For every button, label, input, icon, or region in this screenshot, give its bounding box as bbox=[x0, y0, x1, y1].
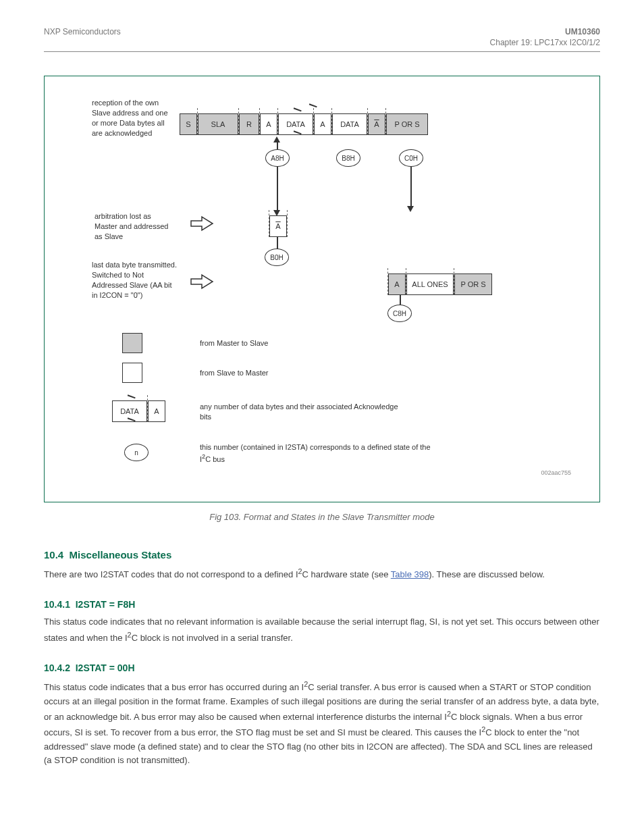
legend-data-ack: any number of data bytes and their assoc… bbox=[200, 402, 402, 422]
figure-caption: Fig 103. Format and States in the Slave … bbox=[44, 512, 600, 522]
legend-grey-box bbox=[122, 333, 142, 353]
cell-s: S bbox=[180, 113, 197, 135]
figure-id: 002aac755 bbox=[541, 469, 571, 476]
legend-state-desc-a: this number (contained in I2STA) corresp… bbox=[200, 443, 431, 463]
header-doc-id: UM10360 bbox=[377, 27, 600, 36]
legend-s2m: from Slave to Master bbox=[200, 368, 268, 378]
cell-data2: DATA bbox=[332, 113, 367, 135]
sub2-num: 10.4.2 bbox=[44, 662, 70, 673]
seq-row-1: S SLA R A DATA A DATA bbox=[180, 113, 428, 135]
legend-data-label: DATA bbox=[120, 407, 139, 415]
para2b: C block is not involved in a serial tran… bbox=[132, 633, 293, 643]
cell-pors2: P OR S bbox=[454, 273, 492, 295]
cell-abar2-label: A bbox=[275, 222, 280, 230]
cell-allones: ALL ONES bbox=[406, 273, 454, 295]
row2-label: arbitration lost as Master and addressed… bbox=[95, 211, 176, 242]
state-c0h: C0H bbox=[399, 149, 423, 167]
legend-n: n bbox=[124, 444, 149, 461]
para1c: ). These are discussed below. bbox=[429, 569, 545, 579]
cell-r: R bbox=[239, 113, 259, 135]
section-10-4-1-title: 10.4.1 I2STAT = F8H bbox=[44, 599, 600, 610]
arrow-head-down-icon bbox=[407, 206, 414, 212]
cell-pors: P OR S bbox=[386, 113, 428, 135]
cell-abar-2: A bbox=[269, 215, 287, 237]
seq-row-2: A bbox=[269, 215, 288, 237]
slash-icon bbox=[291, 130, 301, 140]
cell-a2: A bbox=[314, 113, 331, 135]
row3-label: last data byte transmitted. Switched to … bbox=[92, 260, 180, 300]
legend-state-desc: this number (contained in I2STA) corresp… bbox=[200, 442, 443, 464]
legend-m2s: from Master to Slave bbox=[200, 338, 268, 348]
legend-data-cell: DATA bbox=[112, 400, 147, 422]
slash-icon bbox=[125, 417, 135, 427]
sub-title: I2STAT = F8H bbox=[76, 599, 136, 610]
cell-a: A bbox=[260, 113, 277, 135]
para3a: This status code indicates that a bus er… bbox=[44, 682, 304, 692]
section-number: 10.4 bbox=[44, 549, 63, 561]
arrow-line bbox=[410, 167, 412, 207]
cell-data: DATA bbox=[278, 113, 313, 135]
state-c8h: C8H bbox=[387, 305, 412, 322]
cell-abar: A bbox=[368, 113, 385, 135]
legend-white-box bbox=[122, 363, 142, 383]
legend-data-row: DATA A bbox=[112, 400, 165, 422]
diagram: reception of the own Slave address and o… bbox=[65, 90, 579, 481]
header-company: NXP Semiconductors bbox=[44, 27, 211, 47]
cell-sla: SLA bbox=[198, 113, 238, 135]
table-398-link[interactable]: Table 398 bbox=[391, 569, 429, 579]
state-b8h: B8H bbox=[336, 149, 360, 167]
cell-abar-label: A bbox=[374, 120, 379, 128]
para-10-4: There are two I2STAT codes that do not c… bbox=[44, 566, 600, 581]
state-b0h: B0H bbox=[265, 249, 289, 266]
sub2-title: I2STAT = 00H bbox=[76, 662, 135, 673]
para1a: There are two I2STAT codes that do not c… bbox=[44, 569, 298, 579]
legend-state-desc-b: C bus bbox=[205, 455, 225, 463]
sep bbox=[287, 210, 288, 237]
cell-data-label: DATA bbox=[286, 120, 305, 128]
page-header: NXP Semiconductors UM10360 Chapter 19: L… bbox=[44, 27, 600, 52]
arrow-line bbox=[277, 167, 278, 211]
slash-icon bbox=[306, 103, 317, 113]
slash-icon bbox=[125, 394, 135, 405]
para-10-4-2: This status code indicates that a bus er… bbox=[44, 679, 600, 767]
state-a8h: A8H bbox=[265, 149, 290, 167]
section-10-4-2-title: 10.4.2 I2STAT = 00H bbox=[44, 662, 600, 673]
arrow-line bbox=[400, 295, 401, 305]
arrow-line bbox=[277, 142, 278, 150]
header-chapter: Chapter 19: LPC17xx I2C0/1/2 bbox=[377, 38, 600, 47]
cell-a3: A bbox=[388, 273, 406, 295]
sub-num: 10.4.1 bbox=[44, 599, 70, 610]
para-10-4-1: This status code indicates that no relev… bbox=[44, 615, 600, 645]
big-arrow-icon bbox=[190, 215, 214, 232]
section-title-text: Miscellaneous States bbox=[70, 549, 172, 561]
para1b: C hardware state (see bbox=[302, 569, 391, 579]
figure-box: reception of the own Slave address and o… bbox=[44, 76, 600, 502]
row1-label: reception of the own Slave address and o… bbox=[92, 98, 173, 138]
seq-row-3: A ALL ONES P OR S bbox=[387, 273, 492, 295]
section-10-4-title: 10.4 Miscellaneous States bbox=[44, 549, 600, 561]
arrow-line bbox=[277, 237, 278, 249]
big-arrow-icon bbox=[190, 273, 214, 290]
legend-a-cell: A bbox=[148, 400, 165, 422]
slash-icon bbox=[291, 107, 301, 118]
